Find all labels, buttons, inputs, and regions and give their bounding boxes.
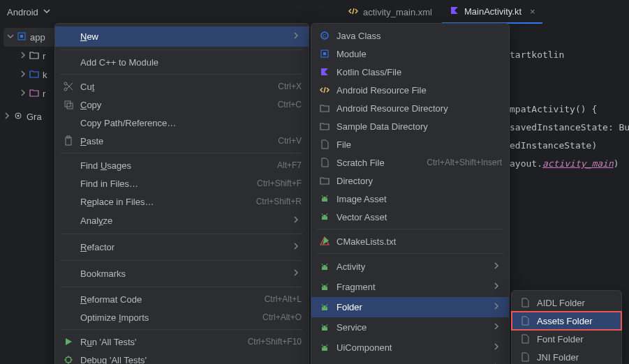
close-icon[interactable]: × bbox=[530, 6, 535, 17]
editor-tabs: activity_main.xml MainActivity.kt × bbox=[341, 0, 542, 24]
menu-separator bbox=[61, 74, 303, 75]
chevron-right-icon bbox=[290, 241, 302, 254]
menu-separator bbox=[61, 234, 303, 234]
folder-icon bbox=[318, 121, 331, 132]
code-editor[interactable]: tartkotlin mpatActivity() { savedInstanc… bbox=[510, 28, 629, 173]
menu-item-optimize-imports[interactable]: Optimize ImportsCtrl+Alt+O bbox=[55, 308, 309, 326]
menu-item-copy-path-reference[interactable]: Copy Path/Reference… bbox=[55, 114, 309, 132]
project-selector[interactable]: Android bbox=[7, 6, 52, 19]
menu-item-android-resource-directory[interactable]: Android Resource Directory bbox=[311, 99, 509, 117]
menu-item-debug-all-tests[interactable]: Debug 'All Tests' bbox=[55, 351, 309, 364]
chevron-right-icon bbox=[1, 110, 10, 123]
menu-label: Find in Files… bbox=[80, 179, 251, 189]
menu-item-reformat-code[interactable]: Reformat CodeCtrl+Alt+L bbox=[55, 290, 309, 308]
menu-item-find-in-files[interactable]: Find in Files…Ctrl+Shift+F bbox=[55, 174, 309, 192]
tree-label: Gra bbox=[27, 112, 42, 122]
menu-label: Paste bbox=[80, 136, 272, 146]
menu-item-assets-folder[interactable]: Assets Folder bbox=[512, 312, 621, 330]
menu-item-find-usages[interactable]: Find UsagesAlt+F7 bbox=[55, 156, 309, 174]
chevron-right-icon bbox=[491, 321, 502, 334]
android-icon bbox=[318, 211, 331, 222]
menu-item-automotive[interactable]: Automotive bbox=[311, 358, 509, 364]
menu-item-vector-asset[interactable]: Vector Asset bbox=[311, 208, 509, 226]
chevron-right-icon bbox=[17, 68, 26, 82]
menu-item-copy[interactable]: CopyCtrl+C bbox=[55, 96, 309, 114]
menu-item-paste[interactable]: PasteCtrl+V bbox=[55, 132, 309, 150]
menu-item-service[interactable]: Service bbox=[311, 317, 509, 338]
menu-item-fragment[interactable]: Fragment bbox=[311, 277, 509, 297]
tree-node[interactable]: k bbox=[3, 66, 56, 84]
chevron-right-icon bbox=[491, 260, 502, 273]
project-tree: app r k r Gra bbox=[3, 28, 56, 126]
menu-label: Sample Data Directory bbox=[336, 121, 502, 132]
menu-label: Fragment bbox=[336, 282, 478, 292]
menu-label: Scratch File bbox=[336, 158, 421, 168]
menu-label: Image Asset bbox=[336, 194, 502, 204]
chevron-right-icon bbox=[491, 301, 502, 314]
menu-item-directory[interactable]: Directory bbox=[311, 172, 509, 190]
menu-shortcut: Ctrl+Shift+F bbox=[257, 179, 302, 188]
tree-node[interactable]: r bbox=[3, 84, 56, 103]
menu-item-bookmarks[interactable]: Bookmarks bbox=[55, 264, 309, 284]
menu-item-uicomponent[interactable]: UiComponent bbox=[311, 338, 509, 358]
menu-item-new[interactable]: New bbox=[55, 26, 309, 47]
chevron-right-icon bbox=[491, 341, 502, 354]
menu-item-jni-folder[interactable]: JNI Folder bbox=[512, 348, 621, 364]
menu-item-scratch-file[interactable]: Scratch FileCtrl+Alt+Shift+Insert bbox=[311, 153, 509, 172]
menu-shortcut: Ctrl+V bbox=[278, 136, 302, 146]
chevron-right-icon bbox=[17, 50, 26, 63]
menu-item-cut[interactable]: CutCtrl+X bbox=[55, 77, 309, 96]
menu-item-java-class[interactable]: Java Class bbox=[311, 26, 509, 45]
menu-item-aidl-folder[interactable]: AIDL Folder bbox=[512, 294, 621, 312]
menu-label: Debug 'All Tests' bbox=[80, 355, 302, 365]
tab-mainactivity[interactable]: MainActivity.kt × bbox=[442, 1, 542, 24]
menu-item-refactor[interactable]: Refactor bbox=[55, 237, 309, 257]
menu-shortcut: Ctrl+C bbox=[278, 100, 302, 109]
menu-label: Font Folder bbox=[537, 334, 614, 344]
menu-label: Refactor bbox=[80, 242, 278, 252]
menu-item-add-c-to-module[interactable]: Add C++ to Module bbox=[55, 53, 309, 71]
tree-label: app bbox=[30, 32, 45, 43]
menu-item-analyze[interactable]: Analyze bbox=[55, 211, 309, 231]
menu-item-file[interactable]: File bbox=[311, 135, 509, 153]
menu-shortcut: Alt+F7 bbox=[277, 160, 302, 170]
menu-item-kotlin-class-file[interactable]: Kotlin Class/File bbox=[311, 63, 509, 81]
menu-label: JNI Folder bbox=[537, 352, 614, 363]
folder-submenu: AIDL FolderAssets FolderFont FolderJNI F… bbox=[511, 290, 622, 364]
menu-item-cmakelists-txt[interactable]: CMakeLists.txt bbox=[311, 232, 509, 250]
menu-separator bbox=[61, 50, 303, 50]
menu-item-folder[interactable]: Folder bbox=[311, 297, 509, 317]
menu-label: Bookmarks bbox=[80, 268, 278, 279]
java-class-icon bbox=[318, 30, 331, 41]
folder-icon bbox=[318, 175, 331, 186]
menu-item-module[interactable]: Module bbox=[311, 45, 509, 63]
kotlin-file-icon bbox=[449, 5, 460, 18]
menu-label: New bbox=[80, 31, 278, 42]
menu-label: Java Class bbox=[336, 31, 502, 41]
menu-label: Copy bbox=[80, 100, 272, 110]
android-icon bbox=[318, 282, 331, 293]
menu-label: Copy Path/Reference… bbox=[80, 118, 302, 128]
kotlin-file-icon bbox=[318, 66, 331, 77]
chevron-right-icon bbox=[290, 267, 302, 280]
menu-item-sample-data-directory[interactable]: Sample Data Directory bbox=[311, 117, 509, 135]
android-icon bbox=[318, 342, 331, 354]
tab-activity-main[interactable]: activity_main.xml bbox=[341, 1, 439, 23]
menu-item-replace-in-files[interactable]: Replace in Files…Ctrl+Shift+R bbox=[55, 192, 309, 211]
menu-item-run-all-tests[interactable]: Run 'All Tests'Ctrl+Shift+F10 bbox=[55, 333, 309, 351]
run-icon bbox=[62, 336, 75, 347]
tree-node-app[interactable]: app bbox=[3, 28, 56, 47]
menu-label: Find Usages bbox=[80, 160, 272, 171]
folder-icon bbox=[318, 103, 331, 114]
tree-node-gradle[interactable]: Gra bbox=[0, 107, 56, 126]
paste-icon bbox=[62, 135, 75, 146]
menu-item-font-folder[interactable]: Font Folder bbox=[512, 330, 621, 348]
menu-item-image-asset[interactable]: Image Asset bbox=[311, 190, 509, 208]
menu-label: Vector Asset bbox=[336, 212, 502, 222]
menu-item-activity[interactable]: Activity bbox=[311, 257, 509, 277]
menu-label: Optimize Imports bbox=[80, 312, 257, 323]
jni-icon bbox=[519, 351, 531, 363]
tree-node[interactable]: r bbox=[3, 47, 56, 66]
menu-item-android-resource-file[interactable]: Android Resource File bbox=[311, 81, 509, 99]
gear-icon bbox=[13, 110, 24, 123]
